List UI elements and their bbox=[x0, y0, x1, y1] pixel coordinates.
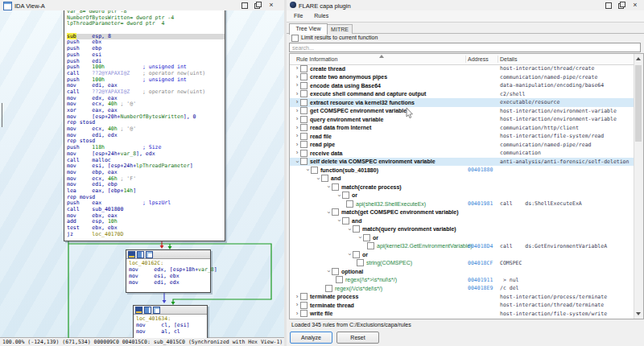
tree-row[interactable]: ›create threadhost-interaction/thread/cr… bbox=[290, 64, 634, 73]
row-checkbox[interactable] bbox=[325, 285, 332, 292]
graph-view-icon[interactable] bbox=[128, 251, 135, 258]
row-checkbox[interactable] bbox=[342, 192, 349, 199]
hex-view-icon[interactable] bbox=[146, 251, 153, 258]
graph-canvas[interactable]: var_8= dword ptr -8NumberOfBytesWritten=… bbox=[0, 10, 284, 338]
tree-row[interactable]: ›or bbox=[290, 250, 634, 259]
node-loc_40162C[interactable]: loc_40162C:mov edx, [esp+18h+var_8]mov e… bbox=[126, 249, 211, 293]
row-checkbox[interactable] bbox=[300, 141, 308, 148]
row-checkbox[interactable] bbox=[300, 310, 308, 317]
reset-button[interactable]: Reset bbox=[336, 332, 379, 344]
row-checkbox[interactable] bbox=[332, 268, 339, 275]
expand-icon[interactable]: › bbox=[294, 302, 300, 308]
tree-row[interactable]: ›function(sub_401880)00401880 bbox=[290, 166, 634, 175]
tree-row[interactable]: ›read pipecommunication/named-pipe/read bbox=[290, 141, 634, 150]
row-checkbox[interactable] bbox=[300, 124, 308, 131]
collapse-icon[interactable]: › bbox=[336, 217, 342, 224]
float-window-icon[interactable] bbox=[253, 2, 262, 9]
graph-view-icon[interactable] bbox=[135, 307, 142, 314]
expand-icon[interactable]: › bbox=[294, 116, 300, 122]
row-checkbox[interactable] bbox=[336, 276, 343, 283]
collapse-icon[interactable]: › bbox=[304, 167, 311, 173]
row-checkbox[interactable] bbox=[300, 302, 308, 309]
expand-icon[interactable]: › bbox=[294, 311, 300, 317]
tab-mitre[interactable]: MITRE bbox=[327, 24, 353, 34]
tree-row[interactable]: ›or bbox=[290, 192, 634, 200]
row-checkbox[interactable] bbox=[332, 183, 339, 191]
collapse-icon[interactable]: › bbox=[325, 183, 332, 190]
node-titlebar[interactable] bbox=[126, 250, 210, 259]
menu-rules[interactable]: Rules bbox=[312, 13, 331, 19]
tree-row[interactable]: ›query environment variablehost-interact… bbox=[290, 115, 634, 124]
tree-row[interactable]: ›read filehost-interaction/file-system/r… bbox=[290, 132, 634, 141]
tree-row[interactable]: api(shell32.ShellExecuteEx)00401981call … bbox=[290, 200, 634, 208]
node-sub_4015C0[interactable]: var_8= dword ptr -8NumberOfBytesWritten=… bbox=[64, 10, 225, 241]
analyze-button[interactable]: Analyze bbox=[290, 332, 332, 344]
row-checkbox[interactable] bbox=[367, 242, 374, 249]
vertical-scrollbar[interactable] bbox=[634, 54, 643, 319]
tree-row[interactable]: api(kernel32.GetEnvironmentVariable)0040… bbox=[290, 242, 634, 251]
column-divider[interactable] bbox=[465, 56, 466, 63]
expand-icon[interactable]: › bbox=[294, 142, 300, 148]
expand-icon[interactable]: › bbox=[294, 108, 300, 114]
collapse-icon[interactable]: › bbox=[346, 251, 353, 257]
node-titlebar[interactable] bbox=[134, 306, 207, 315]
tree-row[interactable]: ›create two anonymous pipescommunication… bbox=[290, 73, 634, 82]
tree-row[interactable]: ›match(create process) bbox=[290, 183, 634, 192]
tree-row[interactable]: ›self delete via COMSPEC environment var… bbox=[290, 158, 634, 167]
row-checkbox[interactable] bbox=[300, 116, 308, 123]
column-details[interactable]: Details bbox=[500, 56, 517, 62]
tree-row[interactable]: ›and bbox=[290, 175, 634, 183]
tree-row[interactable]: string(COMSPEC)004018CFCOMSPEC bbox=[290, 259, 634, 268]
tree-row[interactable]: regex(/\s*>\s*nul\s*/)00401911 > nul bbox=[290, 276, 634, 285]
float-window-icon[interactable] bbox=[617, 2, 626, 9]
tree-row[interactable]: ›extract resource via kernel32 functions… bbox=[290, 98, 634, 107]
row-checkbox[interactable] bbox=[300, 65, 308, 72]
row-checkbox[interactable] bbox=[342, 217, 349, 224]
tree-row[interactable]: ›terminate threadhost-interaction/thread… bbox=[290, 301, 634, 310]
tree-row[interactable]: ›write filehost-interaction/file-system/… bbox=[290, 310, 634, 319]
row-checkbox[interactable] bbox=[300, 133, 308, 140]
hex-view-icon[interactable] bbox=[153, 307, 160, 314]
tree-row[interactable]: regex(/\/c\s*del\s*/)004018E9/c del bbox=[290, 284, 634, 293]
close-icon[interactable] bbox=[266, 2, 276, 9]
close-icon[interactable] bbox=[630, 2, 640, 9]
search-input[interactable] bbox=[289, 43, 641, 52]
collapse-icon[interactable]: › bbox=[315, 175, 321, 182]
tree-row[interactable]: ›match(get COMSPEC environment variable) bbox=[290, 208, 634, 217]
expand-icon[interactable]: › bbox=[294, 74, 300, 80]
row-checkbox[interactable] bbox=[353, 251, 360, 258]
tree-row[interactable]: ›receive datacommunication bbox=[290, 149, 634, 158]
row-checkbox[interactable] bbox=[363, 234, 370, 241]
expand-icon[interactable]: › bbox=[294, 294, 300, 300]
text-view-icon[interactable] bbox=[137, 251, 144, 258]
tab-tree-view[interactable]: Tree View bbox=[289, 23, 328, 35]
scroll-down-icon[interactable] bbox=[636, 312, 641, 315]
collapse-icon[interactable]: › bbox=[346, 226, 353, 233]
row-checkbox[interactable] bbox=[300, 293, 308, 300]
row-checkbox[interactable] bbox=[357, 259, 364, 266]
column-rule-information[interactable]: Rule Information bbox=[296, 56, 337, 62]
tree-row[interactable]: ›read data from Internetcommunication/ht… bbox=[290, 124, 634, 133]
expand-icon[interactable]: › bbox=[294, 150, 300, 156]
text-view-icon[interactable] bbox=[144, 307, 151, 314]
tree-row[interactable]: ›optional bbox=[290, 267, 634, 276]
expand-icon[interactable]: › bbox=[294, 99, 300, 105]
collapse-icon[interactable]: › bbox=[325, 209, 332, 216]
row-checkbox[interactable] bbox=[300, 107, 308, 114]
row-checkbox[interactable] bbox=[300, 82, 308, 89]
row-checkbox[interactable] bbox=[311, 167, 318, 174]
maximize-icon[interactable] bbox=[239, 2, 249, 9]
column-divider[interactable] bbox=[497, 56, 498, 63]
row-checkbox[interactable] bbox=[300, 90, 308, 97]
collapse-icon[interactable]: › bbox=[294, 159, 300, 165]
scrollbar-thumb[interactable] bbox=[635, 65, 642, 142]
row-checkbox[interactable] bbox=[346, 200, 353, 208]
tree-row[interactable]: ›match(query environment variable) bbox=[290, 225, 634, 234]
expand-icon[interactable]: › bbox=[294, 82, 300, 89]
scroll-up-icon[interactable] bbox=[636, 57, 641, 60]
expand-icon[interactable]: › bbox=[294, 125, 300, 131]
tree-row[interactable]: ›terminate processhost-interaction/proce… bbox=[290, 293, 634, 302]
expand-icon[interactable]: › bbox=[294, 91, 300, 97]
tree-row[interactable]: ›get COMSPEC environment variablehost-in… bbox=[290, 107, 634, 116]
collapse-icon[interactable]: › bbox=[325, 268, 332, 274]
